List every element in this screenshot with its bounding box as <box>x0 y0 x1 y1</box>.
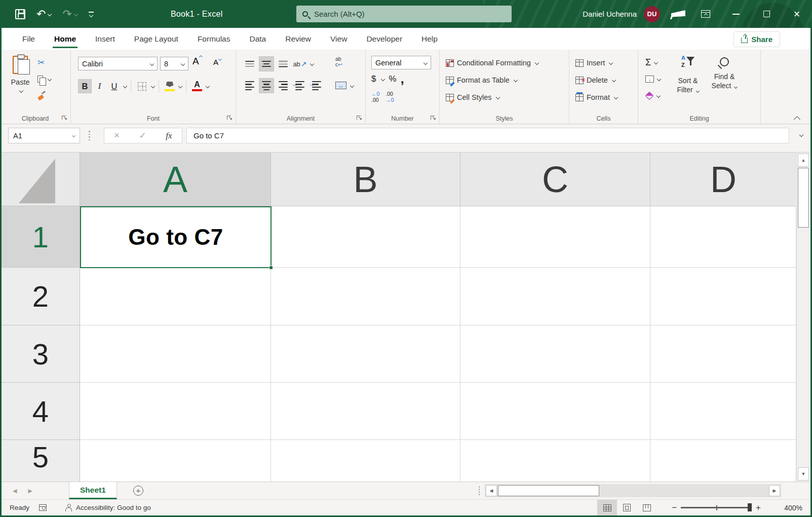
selection-box-A1[interactable]: Go to C7 <box>80 206 272 268</box>
accessibility-status[interactable]: Accessibility: Good to go <box>65 504 151 512</box>
cell-styles-button[interactable]: Cell Styles <box>446 91 499 104</box>
chevron-down-icon[interactable] <box>310 62 314 66</box>
copy-button[interactable] <box>37 72 51 86</box>
conditional-formatting-button[interactable]: Conditional Formatting <box>446 56 538 69</box>
middle-align-button[interactable] <box>259 56 274 71</box>
tab-splitter-grip[interactable] <box>479 482 485 499</box>
cell-D1[interactable] <box>650 206 796 268</box>
chevron-down-icon[interactable] <box>206 84 210 88</box>
comma-style-button[interactable]: , <box>401 75 404 83</box>
scroll-down-button[interactable]: ▼ <box>798 467 809 481</box>
tab-help[interactable]: Help <box>412 28 447 50</box>
horizontal-scrollbar[interactable]: ◀ ▶ <box>485 484 781 497</box>
cell-B3[interactable] <box>271 325 460 383</box>
collapse-ribbon-button[interactable] <box>794 116 801 121</box>
minimize-button[interactable] <box>721 0 751 28</box>
delete-cells-button[interactable]: × Delete <box>575 73 615 87</box>
percent-style-button[interactable]: % <box>389 74 396 84</box>
tab-page-layout[interactable]: Page Layout <box>125 28 188 50</box>
font-color-button[interactable]: A <box>190 79 204 93</box>
increase-font-size-button[interactable]: A <box>192 56 202 67</box>
column-header-B[interactable]: B <box>271 153 460 206</box>
scroll-left-button[interactable]: ◀ <box>486 485 497 496</box>
tab-insert[interactable]: Insert <box>86 28 125 50</box>
format-cells-button[interactable]: Format <box>575 91 617 104</box>
tab-data[interactable]: Data <box>240 28 276 50</box>
scroll-right-button[interactable]: ▶ <box>769 485 780 496</box>
cell-B2[interactable] <box>271 268 460 325</box>
save-button[interactable] <box>13 6 27 23</box>
autosum-button[interactable]: Σ <box>645 56 661 69</box>
cell-B5[interactable] <box>271 440 460 482</box>
row-header-3[interactable]: 3 <box>2 325 80 383</box>
row-header-4[interactable]: 4 <box>2 383 80 440</box>
sort-filter-button[interactable]: AZ Sort &Filter <box>672 55 704 94</box>
font-name-select[interactable]: Calibri <box>78 57 158 70</box>
orientation-button[interactable]: ab↗ <box>292 56 307 71</box>
number-dialog-launcher[interactable]: ↘ <box>429 114 437 122</box>
decrease-indent-button[interactable]: ← <box>292 78 307 93</box>
italic-button[interactable]: I <box>93 79 106 93</box>
cell-C1[interactable] <box>460 206 650 268</box>
next-sheet-button[interactable]: ▶ <box>28 488 32 494</box>
vertical-scrollbar[interactable]: ▲ ▼ <box>796 153 809 482</box>
share-button[interactable]: Share <box>733 31 780 47</box>
formula-bar-input[interactable]: Go to C7 <box>186 128 789 143</box>
maximize-button[interactable] <box>751 0 782 28</box>
decrease-decimal-button[interactable]: .00→0 <box>385 91 394 103</box>
select-all-button[interactable] <box>2 153 80 206</box>
cell-D3[interactable] <box>650 325 796 383</box>
clipboard-dialog-launcher[interactable]: ↘ <box>60 114 68 122</box>
coming-soon-button[interactable] <box>660 0 690 28</box>
zoom-in-button[interactable]: + <box>752 503 765 513</box>
decrease-font-size-button[interactable]: A <box>213 58 221 66</box>
name-box[interactable]: A1 <box>8 128 80 143</box>
cell-C5[interactable] <box>460 440 650 482</box>
macro-record-icon[interactable] <box>39 504 47 511</box>
sheet-tab-sheet1[interactable]: Sheet1 <box>69 482 117 499</box>
cell-D2[interactable] <box>650 268 796 325</box>
alignment-dialog-launcher[interactable]: ↘ <box>355 114 363 122</box>
zoom-out-button[interactable]: − <box>668 503 681 513</box>
paste-button[interactable]: Paste <box>7 56 33 110</box>
align-right-button[interactable] <box>276 78 291 93</box>
clear-button[interactable] <box>645 89 661 102</box>
column-header-D[interactable]: D <box>650 153 796 206</box>
column-header-A[interactable]: A <box>80 153 271 206</box>
formula-bar-grip[interactable] <box>89 131 90 140</box>
row-header-2[interactable]: 2 <box>2 268 80 325</box>
horizontal-scrollbar-thumb[interactable] <box>498 485 599 496</box>
tab-home[interactable]: Home <box>45 28 86 50</box>
merge-center-button[interactable]: ↔ <box>335 82 346 89</box>
row-header-1[interactable]: 1 <box>2 206 80 268</box>
cell-B4[interactable] <box>271 383 460 440</box>
align-left-button[interactable] <box>242 78 257 93</box>
chevron-down-icon[interactable] <box>381 77 385 81</box>
tab-view[interactable]: View <box>321 28 357 50</box>
column-header-C[interactable]: C <box>460 153 650 206</box>
increase-decimal-button[interactable]: ←0.00 <box>371 91 379 103</box>
user-name[interactable]: Daniel Uchenna <box>583 10 637 18</box>
chevron-down-icon[interactable] <box>350 83 354 87</box>
tab-formulas[interactable]: Formulas <box>188 28 240 50</box>
previous-sheet-button[interactable]: ◀ <box>13 488 17 494</box>
font-dialog-launcher[interactable]: ↘ <box>225 114 233 122</box>
cell-A3[interactable] <box>80 325 271 383</box>
chevron-down-icon[interactable] <box>178 84 182 88</box>
cancel-button[interactable]: × <box>114 130 120 141</box>
redo-button[interactable]: ↷ <box>60 6 79 23</box>
cut-button[interactable]: ✂ <box>37 56 51 69</box>
format-as-table-button[interactable]: Format as Table <box>446 73 517 87</box>
page-break-preview-button[interactable] <box>637 500 656 515</box>
number-format-select[interactable]: General <box>371 56 431 69</box>
accounting-format-button[interactable]: $ <box>371 74 376 84</box>
new-sheet-button[interactable]: + <box>133 486 143 496</box>
bold-button[interactable]: B <box>78 79 92 93</box>
font-size-select[interactable]: 8 <box>160 57 188 70</box>
enter-button[interactable]: ✓ <box>139 130 146 141</box>
cell-A4[interactable] <box>80 383 271 440</box>
search-input[interactable] <box>314 10 506 18</box>
zoom-level[interactable]: 400% <box>774 504 802 512</box>
close-button[interactable]: × <box>782 0 812 28</box>
chevron-down-icon[interactable] <box>151 84 155 88</box>
